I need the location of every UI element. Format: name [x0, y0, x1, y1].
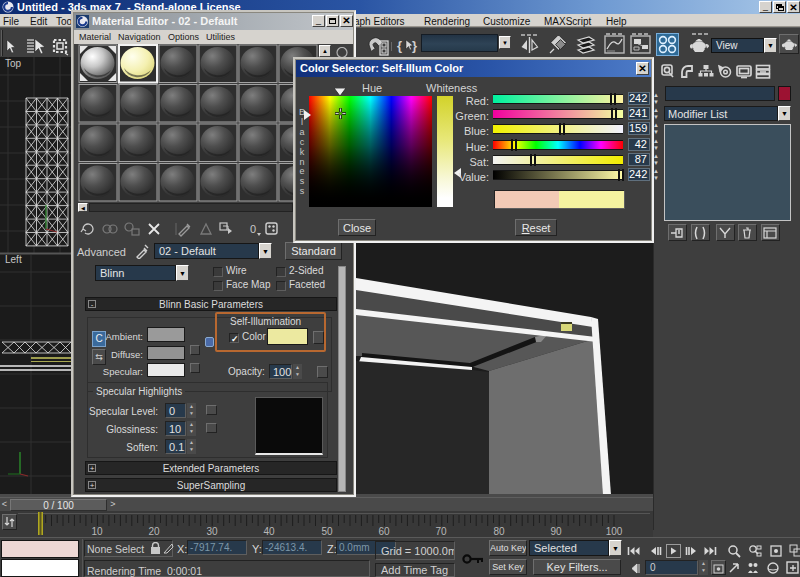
- svg-text:0: 0: [250, 223, 256, 235]
